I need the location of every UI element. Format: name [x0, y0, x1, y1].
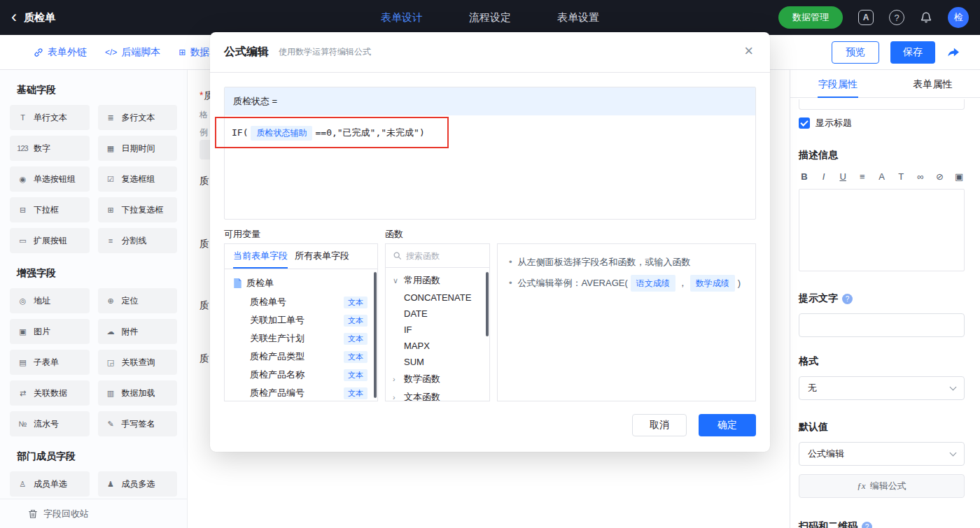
field-chip-attachment[interactable]: ☁附件	[98, 319, 178, 344]
field-chip-geolocation[interactable]: ⊕定位	[98, 288, 178, 313]
field-recycle-bin[interactable]: 字段回收站	[0, 499, 187, 528]
avatar[interactable]: 检	[948, 7, 969, 28]
field-chip-multi-line-text[interactable]: ≣多行文本	[98, 105, 178, 130]
function-item[interactable]: MAPX	[386, 338, 489, 354]
header-actions: 数据管理 A ? 检	[778, 0, 969, 35]
bullet-icon: •	[509, 257, 512, 267]
trash-icon	[28, 509, 38, 519]
field-chip-dropdown-multi[interactable]: ⊞下拉复选框	[98, 197, 178, 222]
field-chip-member-multi[interactable]: ♟成员多选	[98, 471, 178, 497]
function-item[interactable]: IF	[386, 322, 489, 338]
function-item[interactable]: CONCATENATE	[386, 290, 489, 306]
backend-script-link[interactable]: </> 后端脚本	[105, 46, 160, 59]
help-icon[interactable]: ?	[889, 10, 904, 25]
question-icon[interactable]: ?	[862, 522, 872, 528]
tab-form-settings[interactable]: 表单设置	[557, 11, 599, 24]
language-icon[interactable]: A	[858, 10, 874, 25]
field-chip-subform[interactable]: ▤子表单	[10, 350, 90, 375]
variable-field-row[interactable]: 质检产品编号文本	[225, 384, 377, 401]
form-node-label: 质检单	[246, 277, 274, 290]
default-value-select[interactable]: 公式编辑	[799, 442, 965, 466]
formula-editor[interactable]: 质检状态 = IF(质检状态辅助==0,"已完成","未完成")	[224, 87, 756, 220]
question-icon[interactable]: ?	[842, 294, 853, 304]
edit-formula-button[interactable]: ƒx 编辑公式	[799, 474, 965, 498]
scrollbar[interactable]	[374, 272, 377, 398]
field-chip-extend-button[interactable]: ▭扩展按钮	[10, 228, 90, 253]
italic-icon[interactable]: I	[818, 171, 830, 182]
tab-all-form-fields[interactable]: 所有表单字段	[295, 244, 349, 269]
field-chip-image[interactable]: ▣图片	[10, 319, 90, 344]
variable-field-row[interactable]: 关联生产计划文本	[225, 329, 377, 348]
tab-form-design[interactable]: 表单设计	[381, 11, 423, 24]
confirm-button[interactable]: 确定	[699, 414, 756, 436]
cloud-icon: ☁	[104, 327, 118, 336]
close-icon[interactable]: ×	[744, 43, 753, 59]
properties-tabs: 字段属性 表单属性	[790, 70, 980, 98]
tab-flow-settings[interactable]: 流程设定	[469, 11, 511, 24]
show-title-checkbox[interactable]	[799, 117, 810, 129]
dropdown-icon: ⊟	[15, 206, 29, 215]
save-button[interactable]: 保存	[890, 41, 935, 64]
function-group-math[interactable]: ›数学函数	[386, 370, 489, 388]
font-size-icon[interactable]: T	[895, 171, 906, 182]
required-mark: *	[200, 90, 203, 101]
formula-expression[interactable]: IF(质检状态辅助==0,"已完成","未完成")	[225, 115, 755, 151]
field-chip-dropdown[interactable]: ⊟下拉框	[10, 197, 90, 222]
font-color-icon[interactable]: A	[876, 171, 888, 182]
form-external-link[interactable]: 表单外链	[34, 46, 87, 59]
field-chip-divider[interactable]: ≡分割线	[98, 228, 178, 253]
variable-field-row[interactable]: 质检单号文本	[225, 293, 377, 311]
field-chip-signature[interactable]: ✎手写签名	[98, 411, 178, 436]
show-title-row[interactable]: 显示标题	[799, 117, 965, 129]
bold-icon[interactable]: B	[799, 171, 810, 182]
field-chip-related-data[interactable]: ⇄关联数据	[10, 380, 90, 406]
modal-subtitle: 使用数学运算符编辑公式	[279, 46, 371, 58]
backend-script-label: 后端脚本	[121, 46, 160, 59]
unlink-icon[interactable]: ⊘	[934, 171, 946, 182]
link-icon[interactable]: ∞	[915, 171, 926, 182]
function-group-common[interactable]: ∨常用函数	[386, 271, 489, 290]
field-chip-number[interactable]: 123数字	[10, 136, 90, 161]
hint-text-input[interactable]	[799, 313, 965, 337]
field-chip-address[interactable]: ◎地址	[10, 288, 90, 313]
cancel-button[interactable]: 取消	[632, 414, 687, 436]
fx-icon: ƒx	[857, 480, 865, 492]
field-chip-data-load[interactable]: ▥数据加载	[98, 380, 178, 406]
function-item[interactable]: SUM	[386, 354, 489, 370]
back-icon[interactable]: ‹	[11, 8, 17, 25]
field-chip-checkbox-group[interactable]: ☑复选框组	[98, 166, 178, 192]
align-icon[interactable]: ≡	[857, 171, 868, 182]
search-icon	[393, 251, 402, 260]
field-chip-radio-group[interactable]: ◉单选按钮组	[10, 166, 90, 192]
description-editor[interactable]	[799, 189, 965, 271]
field-chip-single-line-text[interactable]: T单行文本	[10, 105, 90, 130]
formula-target-label: 质检状态 =	[225, 87, 755, 115]
form-node[interactable]: 质检单	[225, 273, 377, 293]
function-search-input[interactable]	[406, 251, 482, 261]
link-icon	[34, 48, 43, 57]
format-select[interactable]: 无	[799, 376, 965, 400]
preview-button[interactable]: 预览	[832, 41, 879, 64]
underline-icon[interactable]: U	[837, 171, 848, 182]
image-icon[interactable]: ▣	[953, 171, 965, 182]
function-item[interactable]: DATE	[386, 306, 489, 322]
variable-field-row[interactable]: 关联加工单号文本	[225, 311, 377, 329]
data-manage-button[interactable]: 数据管理	[778, 6, 843, 29]
tab-form-properties[interactable]: 表单属性	[886, 70, 980, 97]
variable-field-row[interactable]: 质检产品名称文本	[225, 366, 377, 384]
formula-variable-chip[interactable]: 质检状态辅助	[251, 126, 312, 141]
field-chip-member-single[interactable]: ♙成员单选	[10, 471, 90, 497]
bar-chart-icon: ▥	[104, 389, 118, 398]
tab-field-properties[interactable]: 字段属性	[790, 70, 886, 97]
scrollbar[interactable]	[486, 272, 489, 336]
tab-current-form-fields[interactable]: 当前表单字段	[233, 244, 288, 269]
variable-field-row[interactable]: 质检产品类型文本	[225, 348, 377, 366]
field-chip-serial-number[interactable]: №流水号	[10, 411, 90, 436]
bell-icon[interactable]	[920, 11, 932, 24]
recycle-bin-label: 字段回收站	[43, 508, 89, 520]
share-icon[interactable]	[946, 45, 960, 59]
function-group-text[interactable]: ›文本函数	[386, 388, 489, 401]
field-chip-related-query[interactable]: ◲关联查询	[98, 350, 178, 375]
field-chip-datetime[interactable]: ▦日期时间	[98, 136, 178, 161]
function-search[interactable]	[386, 244, 489, 268]
